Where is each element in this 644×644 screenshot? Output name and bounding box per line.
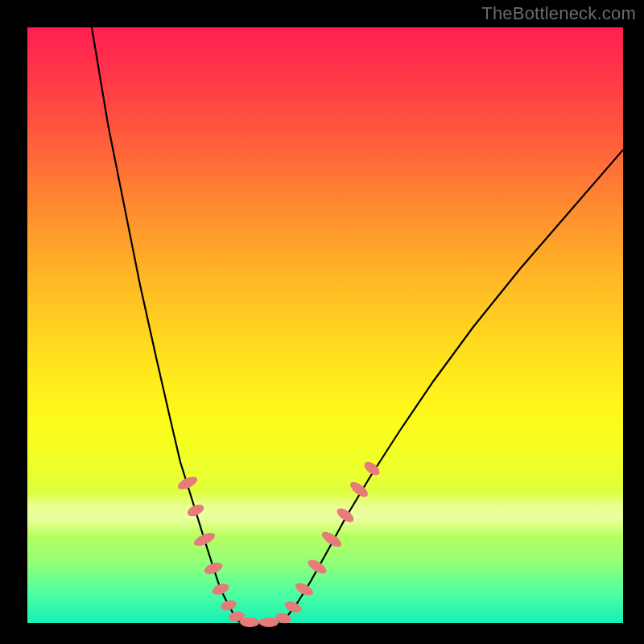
marker-group — [176, 459, 382, 627]
data-marker — [335, 506, 356, 525]
data-marker — [192, 530, 217, 548]
data-marker — [283, 599, 303, 614]
data-marker — [203, 560, 225, 576]
data-marker — [211, 582, 231, 597]
data-marker — [185, 502, 205, 518]
bottleneck-curve — [92, 27, 623, 623]
data-marker — [294, 580, 316, 598]
chart-frame: TheBottleneck.com — [0, 0, 644, 644]
data-marker — [220, 598, 238, 612]
data-marker — [306, 557, 328, 576]
curve-svg — [27, 27, 623, 623]
watermark-text: TheBottleneck.com — [481, 3, 636, 24]
data-marker — [320, 529, 344, 550]
plot-area — [27, 27, 623, 623]
data-marker — [176, 474, 200, 492]
data-marker — [259, 617, 279, 627]
